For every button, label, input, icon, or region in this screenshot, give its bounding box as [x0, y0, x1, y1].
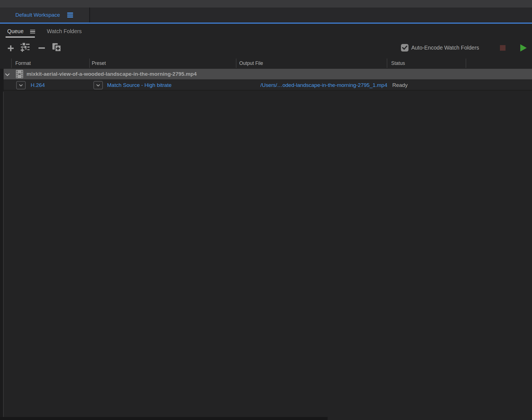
- column-divider: [236, 58, 236, 68]
- window-bottom-edge: [0, 417, 328, 420]
- filmstrip-icon: [16, 70, 23, 79]
- active-tab-underline: [6, 36, 35, 38]
- column-header-status: Status: [391, 60, 405, 67]
- auto-encode-label: Auto-Encode Watch Folders: [411, 45, 479, 51]
- output-row[interactable]: H.264 Match Source - High bitrate /Users…: [4, 80, 532, 91]
- preset-sliders-icon: [21, 43, 31, 52]
- remove-button[interactable]: [38, 45, 45, 52]
- column-header-format: Format: [15, 60, 31, 67]
- stop-queue-button[interactable]: [500, 45, 506, 51]
- workspace-title: Default Workspace: [15, 12, 60, 18]
- column-divider: [11, 58, 12, 68]
- plus-icon: [8, 45, 14, 51]
- column-header-output-file: Output File: [239, 60, 263, 67]
- panel-menu-icon[interactable]: [30, 29, 35, 34]
- tab-queue-label: Queue: [7, 28, 24, 35]
- column-divider: [387, 58, 387, 68]
- format-link[interactable]: H.264: [31, 80, 45, 91]
- duplicate-icon: [52, 43, 61, 52]
- queue-panel: Queue Watch Folders: [0, 24, 532, 420]
- column-header-preset: Preset: [92, 60, 106, 67]
- preset-link[interactable]: Match Source - High bitrate: [107, 80, 171, 91]
- play-icon: [520, 44, 527, 52]
- media-encoder-window: Default Workspace Queue Watch Folders: [0, 0, 532, 420]
- collapse-chevron-icon[interactable]: [5, 72, 10, 77]
- workspace-tab[interactable]: Default Workspace: [0, 8, 90, 23]
- apply-preset-button[interactable]: [20, 42, 31, 52]
- add-source-button[interactable]: [7, 45, 14, 52]
- tab-queue[interactable]: Queue: [7, 28, 35, 35]
- format-dropdown-button[interactable]: [16, 81, 26, 89]
- left-gutter-line: [3, 92, 4, 420]
- chevron-down-icon: [19, 84, 23, 87]
- checkmark-icon: [402, 46, 407, 50]
- auto-encode-checkbox[interactable]: [401, 44, 408, 52]
- tab-watch-folders[interactable]: Watch Folders: [47, 28, 82, 35]
- source-filename: mixkit-aerial-view-of-a-wooded-landscape…: [26, 69, 197, 79]
- minus-icon: [38, 47, 45, 49]
- auto-encode-control: Auto-Encode Watch Folders: [401, 44, 479, 52]
- column-divider: [466, 58, 466, 68]
- source-row[interactable]: mixkit-aerial-view-of-a-wooded-landscape…: [4, 69, 532, 79]
- workspace-bar: Default Workspace: [0, 8, 532, 23]
- status-text: Ready: [392, 80, 408, 91]
- duplicate-button[interactable]: [52, 43, 62, 52]
- column-divider: [89, 58, 90, 68]
- window-top-strip: [0, 0, 532, 8]
- chevron-down-icon: [96, 84, 100, 87]
- start-queue-button[interactable]: [520, 44, 527, 52]
- output-file-link[interactable]: /Users/…oded-landscape-in-the-morning-27…: [260, 80, 387, 91]
- workspace-menu-icon[interactable]: [67, 13, 73, 18]
- preset-dropdown-button[interactable]: [93, 81, 103, 89]
